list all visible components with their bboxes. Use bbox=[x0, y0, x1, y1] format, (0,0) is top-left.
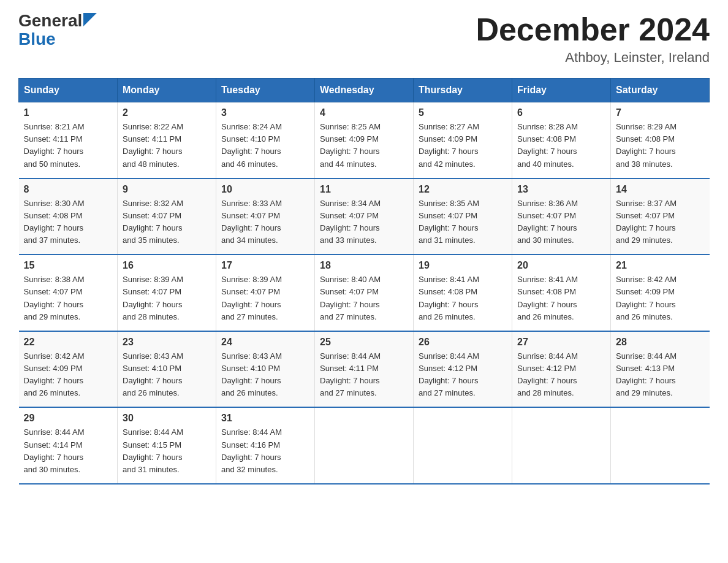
calendar-cell: 10 Sunrise: 8:33 AMSunset: 4:07 PMDaylig… bbox=[216, 178, 315, 255]
day-number: 25 bbox=[320, 337, 408, 348]
day-number: 30 bbox=[123, 413, 211, 424]
day-info: Sunrise: 8:39 AMSunset: 4:07 PMDaylight:… bbox=[221, 274, 309, 323]
calendar-cell: 17 Sunrise: 8:39 AMSunset: 4:07 PMDaylig… bbox=[216, 255, 315, 331]
calendar-cell: 31 Sunrise: 8:44 AMSunset: 4:16 PMDaylig… bbox=[216, 407, 315, 484]
day-info: Sunrise: 8:29 AMSunset: 4:08 PMDaylight:… bbox=[616, 121, 705, 170]
header-saturday: Saturday bbox=[611, 79, 710, 102]
logo-general: General bbox=[18, 12, 82, 29]
calendar-cell: 29 Sunrise: 8:44 AMSunset: 4:14 PMDaylig… bbox=[19, 407, 118, 484]
calendar-cell: 26 Sunrise: 8:44 AMSunset: 4:12 PMDaylig… bbox=[414, 331, 512, 408]
day-info: Sunrise: 8:44 AMSunset: 4:13 PMDaylight:… bbox=[616, 350, 705, 400]
day-info: Sunrise: 8:43 AMSunset: 4:10 PMDaylight:… bbox=[221, 350, 309, 400]
day-number: 18 bbox=[320, 260, 408, 271]
day-number: 26 bbox=[419, 337, 507, 348]
day-number: 21 bbox=[616, 260, 705, 271]
calendar-cell: 23 Sunrise: 8:43 AMSunset: 4:10 PMDaylig… bbox=[118, 331, 216, 408]
day-info: Sunrise: 8:41 AMSunset: 4:08 PMDaylight:… bbox=[517, 274, 605, 323]
day-number: 15 bbox=[24, 260, 113, 271]
day-info: Sunrise: 8:40 AMSunset: 4:07 PMDaylight:… bbox=[320, 274, 408, 323]
calendar-cell bbox=[414, 407, 512, 484]
svg-marker-0 bbox=[83, 13, 97, 26]
day-info: Sunrise: 8:38 AMSunset: 4:07 PMDaylight:… bbox=[24, 274, 113, 323]
day-number: 22 bbox=[24, 337, 113, 348]
calendar-cell: 1 Sunrise: 8:21 AMSunset: 4:11 PMDayligh… bbox=[19, 102, 118, 178]
day-info: Sunrise: 8:25 AMSunset: 4:09 PMDaylight:… bbox=[320, 121, 408, 170]
day-number: 10 bbox=[221, 184, 309, 195]
day-number: 19 bbox=[419, 260, 507, 271]
day-info: Sunrise: 8:44 AMSunset: 4:12 PMDaylight:… bbox=[419, 350, 507, 400]
calendar-cell bbox=[611, 407, 710, 484]
day-number: 14 bbox=[616, 184, 705, 195]
title-block: December 2024 Athboy, Leinster, Ireland bbox=[476, 12, 710, 66]
calendar-cell: 7 Sunrise: 8:29 AMSunset: 4:08 PMDayligh… bbox=[611, 102, 710, 178]
day-number: 16 bbox=[123, 260, 211, 271]
day-number: 31 bbox=[221, 413, 309, 424]
header-wednesday: Wednesday bbox=[315, 79, 414, 102]
day-info: Sunrise: 8:42 AMSunset: 4:09 PMDaylight:… bbox=[24, 350, 113, 400]
day-number: 20 bbox=[517, 260, 605, 271]
location-subtitle: Athboy, Leinster, Ireland bbox=[476, 50, 710, 66]
calendar-cell: 27 Sunrise: 8:44 AMSunset: 4:12 PMDaylig… bbox=[512, 331, 611, 408]
calendar-cell: 21 Sunrise: 8:42 AMSunset: 4:09 PMDaylig… bbox=[611, 255, 710, 331]
day-number: 7 bbox=[616, 107, 705, 118]
calendar-cell: 8 Sunrise: 8:30 AMSunset: 4:08 PMDayligh… bbox=[19, 178, 118, 255]
calendar-cell: 19 Sunrise: 8:41 AMSunset: 4:08 PMDaylig… bbox=[414, 255, 512, 331]
day-number: 11 bbox=[320, 184, 408, 195]
day-info: Sunrise: 8:35 AMSunset: 4:07 PMDaylight:… bbox=[419, 197, 507, 247]
day-info: Sunrise: 8:41 AMSunset: 4:08 PMDaylight:… bbox=[419, 274, 507, 323]
day-info: Sunrise: 8:36 AMSunset: 4:07 PMDaylight:… bbox=[517, 197, 605, 247]
calendar-cell: 13 Sunrise: 8:36 AMSunset: 4:07 PMDaylig… bbox=[512, 178, 611, 255]
day-info: Sunrise: 8:24 AMSunset: 4:10 PMDaylight:… bbox=[221, 121, 309, 170]
day-info: Sunrise: 8:44 AMSunset: 4:16 PMDaylight:… bbox=[221, 426, 309, 476]
logo-blue: Blue bbox=[18, 29, 56, 49]
day-number: 3 bbox=[221, 107, 309, 118]
day-number: 23 bbox=[123, 337, 211, 348]
week-row-3: 15 Sunrise: 8:38 AMSunset: 4:07 PMDaylig… bbox=[19, 255, 710, 331]
calendar-cell: 24 Sunrise: 8:43 AMSunset: 4:10 PMDaylig… bbox=[216, 331, 315, 408]
calendar-cell: 16 Sunrise: 8:39 AMSunset: 4:07 PMDaylig… bbox=[118, 255, 216, 331]
calendar-cell: 18 Sunrise: 8:40 AMSunset: 4:07 PMDaylig… bbox=[315, 255, 414, 331]
day-info: Sunrise: 8:44 AMSunset: 4:15 PMDaylight:… bbox=[123, 426, 211, 476]
day-info: Sunrise: 8:27 AMSunset: 4:09 PMDaylight:… bbox=[419, 121, 507, 170]
day-number: 4 bbox=[320, 107, 408, 118]
month-year-title: December 2024 bbox=[476, 12, 710, 47]
calendar-cell: 15 Sunrise: 8:38 AMSunset: 4:07 PMDaylig… bbox=[19, 255, 118, 331]
calendar-cell bbox=[315, 407, 414, 484]
day-number: 24 bbox=[221, 337, 309, 348]
day-number: 13 bbox=[517, 184, 605, 195]
day-info: Sunrise: 8:32 AMSunset: 4:07 PMDaylight:… bbox=[123, 197, 211, 247]
calendar-cell bbox=[512, 407, 611, 484]
calendar-cell: 20 Sunrise: 8:41 AMSunset: 4:08 PMDaylig… bbox=[512, 255, 611, 331]
day-info: Sunrise: 8:44 AMSunset: 4:11 PMDaylight:… bbox=[320, 350, 408, 400]
calendar-cell: 28 Sunrise: 8:44 AMSunset: 4:13 PMDaylig… bbox=[611, 331, 710, 408]
day-info: Sunrise: 8:34 AMSunset: 4:07 PMDaylight:… bbox=[320, 197, 408, 247]
day-number: 9 bbox=[123, 184, 211, 195]
calendar-cell: 6 Sunrise: 8:28 AMSunset: 4:08 PMDayligh… bbox=[512, 102, 611, 178]
calendar-cell: 14 Sunrise: 8:37 AMSunset: 4:07 PMDaylig… bbox=[611, 178, 710, 255]
day-info: Sunrise: 8:21 AMSunset: 4:11 PMDaylight:… bbox=[24, 121, 113, 170]
calendar-cell: 11 Sunrise: 8:34 AMSunset: 4:07 PMDaylig… bbox=[315, 178, 414, 255]
day-number: 28 bbox=[616, 337, 705, 348]
day-number: 2 bbox=[123, 107, 211, 118]
calendar-cell: 4 Sunrise: 8:25 AMSunset: 4:09 PMDayligh… bbox=[315, 102, 414, 178]
day-info: Sunrise: 8:44 AMSunset: 4:12 PMDaylight:… bbox=[517, 350, 605, 400]
calendar-cell: 22 Sunrise: 8:42 AMSunset: 4:09 PMDaylig… bbox=[19, 331, 118, 408]
week-row-4: 22 Sunrise: 8:42 AMSunset: 4:09 PMDaylig… bbox=[19, 331, 710, 408]
day-info: Sunrise: 8:33 AMSunset: 4:07 PMDaylight:… bbox=[221, 197, 309, 247]
calendar-cell: 25 Sunrise: 8:44 AMSunset: 4:11 PMDaylig… bbox=[315, 331, 414, 408]
day-number: 8 bbox=[24, 184, 113, 195]
week-row-5: 29 Sunrise: 8:44 AMSunset: 4:14 PMDaylig… bbox=[19, 407, 710, 484]
header-thursday: Thursday bbox=[414, 79, 512, 102]
logo-arrow-icon bbox=[83, 13, 97, 26]
day-number: 1 bbox=[24, 107, 113, 118]
calendar-cell: 9 Sunrise: 8:32 AMSunset: 4:07 PMDayligh… bbox=[118, 178, 216, 255]
page-header: General Blue December 2024 Athboy, Leins… bbox=[18, 12, 710, 66]
days-header-row: SundayMondayTuesdayWednesdayThursdayFrid… bbox=[19, 79, 710, 102]
day-info: Sunrise: 8:44 AMSunset: 4:14 PMDaylight:… bbox=[24, 426, 113, 476]
day-number: 6 bbox=[517, 107, 605, 118]
week-row-2: 8 Sunrise: 8:30 AMSunset: 4:08 PMDayligh… bbox=[19, 178, 710, 255]
calendar-cell: 5 Sunrise: 8:27 AMSunset: 4:09 PMDayligh… bbox=[414, 102, 512, 178]
header-sunday: Sunday bbox=[19, 79, 118, 102]
day-number: 12 bbox=[419, 184, 507, 195]
day-info: Sunrise: 8:42 AMSunset: 4:09 PMDaylight:… bbox=[616, 274, 705, 323]
